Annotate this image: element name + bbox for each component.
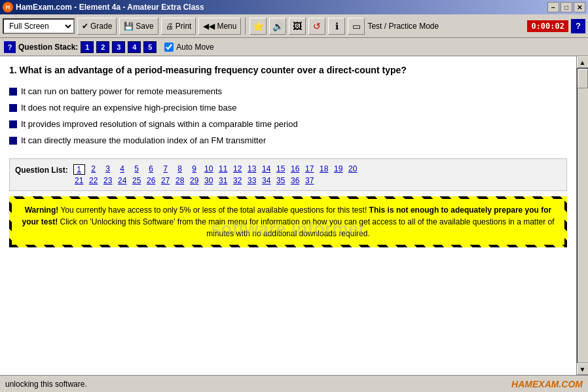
question-text: 1. What is an advantage of a period-meas… [9, 64, 567, 77]
question-numbers-row-2: 2122232425262728293031323334353637 [73, 176, 359, 185]
question-numbers-row-1: 1234567891011121314151617181920 [73, 164, 359, 175]
question-number-27[interactable]: 27 [160, 176, 172, 185]
minimize-button[interactable]: − [547, 2, 559, 12]
toolbar: Full Screen ✔ Grade 💾 Save 🖨 Print ◀◀ Me… [0, 14, 588, 38]
question-number-1[interactable]: 1 [73, 164, 85, 175]
refresh-button[interactable]: ↺ [308, 18, 325, 35]
print-button[interactable]: 🖨 Print [161, 18, 196, 35]
answer-bullet-3 [9, 120, 17, 128]
auto-move-area: Auto Move [164, 43, 213, 52]
question-number-2[interactable]: 2 [88, 164, 100, 175]
grade-button[interactable]: ✔ Grade [77, 18, 117, 35]
scroll-down-button[interactable]: ▼ [577, 363, 589, 375]
scrollbar: ▲ ▼ [576, 56, 588, 375]
question-number-14[interactable]: 14 [261, 164, 272, 175]
question-number-31[interactable]: 31 [217, 176, 229, 185]
info-button[interactable]: ℹ [328, 18, 345, 35]
answer-bullet-1 [9, 88, 17, 96]
close-button[interactable]: ✕ [574, 2, 585, 12]
save-icon: 💾 [124, 22, 134, 31]
title-buttons[interactable]: − □ ✕ [547, 2, 585, 12]
question-body: What is an advantage of a period-measuri… [20, 65, 407, 75]
question-number-10[interactable]: 10 [203, 164, 215, 175]
question-number-21[interactable]: 21 [73, 176, 85, 185]
extra-button[interactable]: ▭ [348, 18, 365, 35]
answer-text-1: It can run on battery power for remote m… [21, 86, 222, 96]
question-number-17[interactable]: 17 [304, 164, 316, 175]
stack-num-4[interactable]: 4 [128, 41, 141, 53]
answer-bullet-2 [9, 104, 17, 112]
scroll-thumb[interactable] [578, 69, 588, 88]
menu-button[interactable]: ◀◀ Menu [198, 18, 241, 35]
toolbar-separator [245, 18, 246, 35]
answer-option-4[interactable]: It can directly measure the modulation i… [9, 135, 567, 145]
help-button[interactable]: ? [571, 19, 585, 33]
timer-display: 0:00:02 [527, 20, 568, 32]
main-content: 1. What is an advantage of a period-meas… [0, 56, 588, 375]
answer-option-2[interactable]: It does not require an expensive high-pr… [9, 103, 567, 113]
speaker-button[interactable]: 🔊 [269, 18, 286, 35]
save-button[interactable]: 💾 Save [119, 18, 158, 35]
stack-num-1[interactable]: 1 [81, 41, 94, 53]
answer-text-4: It can directly measure the modulation i… [21, 135, 266, 145]
print-icon: 🖨 [166, 22, 174, 31]
question-number-11[interactable]: 11 [217, 164, 229, 175]
question-number-4[interactable]: 4 [117, 164, 128, 175]
stack-num-5[interactable]: 5 [143, 41, 156, 53]
content-area: 1. What is an advantage of a period-meas… [0, 56, 576, 375]
warning-box: Warning! You currently have access to on… [9, 196, 567, 247]
question-number-6[interactable]: 6 [145, 164, 157, 175]
question-number-15[interactable]: 15 [275, 164, 287, 175]
question-number-20[interactable]: 20 [347, 164, 359, 175]
question-number-30[interactable]: 30 [203, 176, 215, 185]
question-number-9[interactable]: 9 [189, 164, 200, 175]
star-button[interactable]: ⭐ [249, 18, 266, 35]
status-bar: unlocking this software. HAMEXAM.COM [0, 375, 588, 392]
question-number-5[interactable]: 5 [131, 164, 143, 175]
question-number-24[interactable]: 24 [117, 176, 128, 185]
question-stack-icon[interactable]: ? [4, 41, 16, 53]
title-bar: H HamExam.com - Element 4a - Amateur Ext… [0, 0, 588, 14]
question-number-28[interactable]: 28 [174, 176, 186, 185]
question-number-33[interactable]: 33 [246, 176, 258, 185]
scroll-up-button[interactable]: ▲ [577, 56, 589, 68]
question-number-12[interactable]: 12 [232, 164, 244, 175]
mode-label: Test / Practice Mode [367, 22, 439, 31]
stack-num-2[interactable]: 2 [96, 41, 109, 53]
title-bar-left: H HamExam.com - Element 4a - Amateur Ext… [3, 2, 204, 12]
answer-option-1[interactable]: It can run on battery power for remote m… [9, 86, 567, 96]
question-number-34[interactable]: 34 [261, 176, 272, 185]
answer-option-3[interactable]: It provides improved resolution of signa… [9, 119, 567, 129]
question-numbers-container: 1234567891011121314151617181920 21222324… [73, 164, 359, 185]
question-number-26[interactable]: 26 [145, 176, 157, 185]
warning-text-1: You currently have access to only 5% or … [58, 205, 367, 215]
auto-move-checkbox[interactable] [164, 43, 174, 52]
question-list-label: Question List: [15, 166, 68, 175]
answer-text-3: It provides improved resolution of signa… [21, 119, 298, 129]
question-number-16[interactable]: 16 [289, 164, 301, 175]
stack-num-3[interactable]: 3 [112, 41, 125, 53]
question-number-35[interactable]: 35 [275, 176, 287, 185]
question-number-13[interactable]: 13 [246, 164, 258, 175]
question-number-3[interactable]: 3 [102, 164, 114, 175]
question-number-8[interactable]: 8 [174, 164, 186, 175]
answer-bullet-4 [9, 137, 17, 145]
question-number-25[interactable]: 25 [131, 176, 143, 185]
title-text: HamExam.com - Element 4a - Amateur Extra… [16, 3, 204, 12]
image-button[interactable]: 🖼 [289, 18, 306, 35]
fullscreen-select[interactable]: Full Screen [3, 18, 75, 34]
question-number-36[interactable]: 36 [289, 176, 301, 185]
question-number-23[interactable]: 23 [102, 176, 114, 185]
question-number-29[interactable]: 29 [189, 176, 200, 185]
question-number-19[interactable]: 19 [333, 164, 344, 175]
auto-move-label: Auto Move [176, 43, 213, 52]
question-list-header: Question List: 1234567891011121314151617… [15, 164, 561, 185]
scroll-track[interactable] [577, 68, 589, 363]
question-number-32[interactable]: 32 [232, 176, 244, 185]
app-icon: H [3, 2, 13, 12]
question-number-37[interactable]: 37 [304, 176, 316, 185]
question-number-22[interactable]: 22 [88, 176, 100, 185]
question-number-18[interactable]: 18 [318, 164, 330, 175]
question-number-7[interactable]: 7 [160, 164, 172, 175]
maximize-button[interactable]: □ [560, 2, 572, 12]
